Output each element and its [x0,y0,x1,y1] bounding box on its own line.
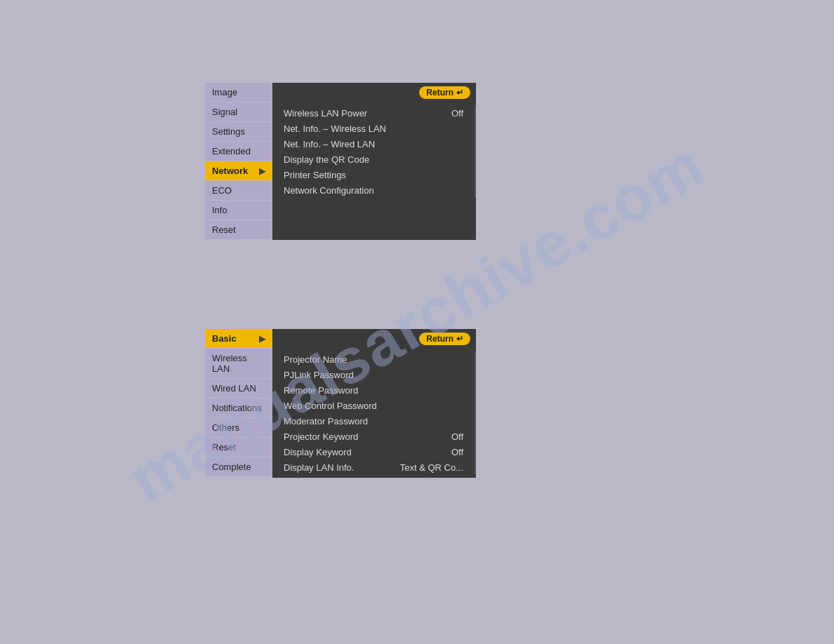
sidebar-item-label-basic: Basic [212,333,237,344]
sidebar-item-wired-lan[interactable]: Wired LAN [205,379,272,398]
panel1-sidebar: ImageSignalSettingsExtendedNetwork▶ECOIn… [205,83,272,240]
menu-item-label-0: Projector Name [284,354,347,365]
network-menu-panel: ImageSignalSettingsExtendedNetwork▶ECOIn… [205,83,476,240]
panel2-sidebar: Basic▶Wireless LANWired LANNotifications… [205,329,272,478]
menu-item-1[interactable]: Net. Info. – Wireless LAN [272,121,476,136]
sidebar-item-settings[interactable]: Settings [205,122,272,141]
menu-item-value-7: Text & QR Co... [400,462,463,473]
sidebar-item-label-extended: Extended [212,146,251,156]
menu-item-4[interactable]: Printer Settings [272,167,476,182]
menu-item-label-2: Net. Info. – Wired LAN [284,139,375,149]
panel1-return-bar: Return ↵ [272,83,476,102]
sidebar-item-network[interactable]: Network▶ [205,161,272,180]
sidebar-item-notifications[interactable]: Notifications [205,398,272,417]
sidebar-item-basic[interactable]: Basic▶ [205,329,272,348]
menu-item-label-7: Display LAN Info. [284,462,354,473]
menu-item-label-3: Display the QR Code [284,154,369,165]
panel2-return-button[interactable]: Return ↵ [419,333,470,345]
panel2-menu-list: Projector NamePJLink PasswordRemote Pass… [272,349,476,478]
sidebar-item-label-others: Others [212,422,239,433]
sidebar-item-label-info: Info [212,205,227,215]
panel1-menu-list: Wireless LAN PowerOffNet. Info. – Wirele… [272,102,476,201]
sidebar-item-others[interactable]: Others [205,418,272,437]
sidebar-item-label-wired-lan: Wired LAN [212,383,256,394]
sidebar-item-eco[interactable]: ECO [205,181,272,200]
menu-item-5[interactable]: Projector KeywordOff [272,429,476,444]
sidebar-item-signal[interactable]: Signal [205,102,272,121]
sidebar-item-label-signal: Signal [212,107,237,117]
sidebar-item-extended[interactable]: Extended [205,142,272,161]
menu-item-label-6: Display Keyword [284,447,352,457]
menu-item-label-1: Net. Info. – Wireless LAN [284,123,386,134]
menu-item-label-4: Moderator Password [284,416,368,427]
menu-item-value-6: Off [451,447,463,457]
menu-item-3[interactable]: Web Control Password [272,398,476,413]
sidebar-item-info[interactable]: Info [205,201,272,220]
sidebar-item-label-notifications: Notifications [212,403,262,413]
sidebar-item-label-image: Image [212,87,237,98]
sidebar-item-label-reset: Reset [212,442,236,452]
sidebar-item-arrow-icon-network: ▶ [259,166,265,176]
sidebar-item-image[interactable]: Image [205,83,272,102]
sidebar-item-label-reset: Reset [212,224,236,235]
sidebar-item-label-complete: Complete [212,462,251,472]
menu-item-label-5: Projector Keyword [284,431,358,442]
menu-item-label-5: Network Configuration [284,185,374,196]
menu-item-7[interactable]: Display LAN Info.Text & QR Co... [272,459,476,475]
menu-item-label-2: Remote Password [284,385,358,396]
menu-item-value-5: Off [451,431,463,442]
panel1-content: Return ↵ Wireless LAN PowerOffNet. Info.… [272,83,476,240]
sidebar-item-label-wireless-lan: Wireless LAN [212,353,265,374]
sidebar-item-label-eco: ECO [212,185,232,196]
panel2-return-arrow-icon: ↵ [456,334,463,344]
sidebar-item-label-settings: Settings [212,126,245,137]
sidebar-item-wireless-lan[interactable]: Wireless LAN [205,349,272,378]
menu-item-0[interactable]: Projector Name [272,351,476,367]
menu-item-3[interactable]: Display the QR Code [272,152,476,167]
panel1-return-arrow-icon: ↵ [456,88,463,98]
menu-item-label-3: Web Control Password [284,401,377,411]
sidebar-item-arrow-icon-basic: ▶ [259,334,265,344]
panel2-return-bar: Return ↵ [272,329,476,349]
sidebar-item-reset[interactable]: Reset [205,220,272,239]
menu-item-label-4: Printer Settings [284,170,346,180]
menu-item-4[interactable]: Moderator Password [272,413,476,429]
menu-item-2[interactable]: Net. Info. – Wired LAN [272,136,476,152]
panel2-content: Return ↵ Projector NamePJLink PasswordRe… [272,329,476,478]
menu-item-label-1: PJLink Password [284,370,354,380]
menu-item-5[interactable]: Network Configuration [272,182,476,198]
menu-item-0[interactable]: Wireless LAN PowerOff [272,105,476,121]
sidebar-item-reset[interactable]: Reset [205,438,272,457]
basic-menu-panel: Basic▶Wireless LANWired LANNotifications… [205,329,476,478]
menu-item-6[interactable]: Display KeywordOff [272,444,476,459]
panel1-return-label: Return [426,88,454,98]
panel1-return-button[interactable]: Return ↵ [419,86,470,99]
panel2-return-label: Return [426,334,454,344]
menu-item-label-0: Wireless LAN Power [284,108,367,119]
sidebar-item-label-network: Network [212,166,248,176]
menu-item-2[interactable]: Remote Password [272,382,476,398]
sidebar-item-complete[interactable]: Complete [205,457,272,476]
menu-item-1[interactable]: PJLink Password [272,367,476,382]
menu-item-value-0: Off [451,108,463,119]
